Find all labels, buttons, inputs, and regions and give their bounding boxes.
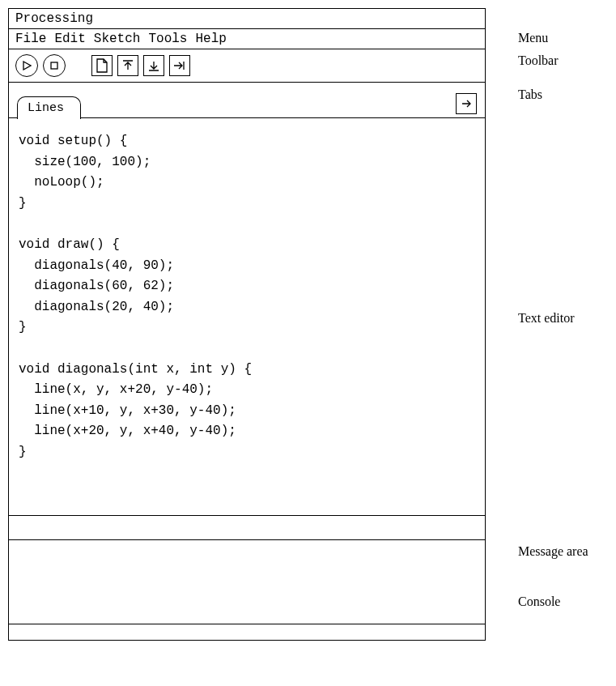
svg-marker-0 [23, 62, 31, 70]
menu-item-sketch[interactable]: Sketch [94, 32, 141, 46]
message-area [9, 515, 485, 539]
annotation-editor: Text editor [518, 125, 588, 335]
menu-item-help[interactable]: Help [195, 32, 226, 46]
annotation-tabs: Tabs [518, 87, 588, 125]
menu-bar: File Edit Sketch Tools Help [9, 29, 485, 49]
export-button[interactable] [169, 55, 190, 76]
menu-item-file[interactable]: File [15, 32, 46, 46]
play-icon [22, 61, 32, 70]
menu-item-edit[interactable]: Edit [54, 32, 85, 46]
annotation-console: Console [518, 554, 588, 611]
annotation-menu: Menu [518, 31, 588, 53]
tab-menu-button[interactable] [456, 93, 477, 114]
toolbar [9, 49, 485, 83]
arrow-down-icon [147, 59, 160, 72]
annotation-toolbar: Toolbar [518, 53, 588, 87]
annotation-message: Message area [518, 335, 588, 554]
tab-label: Lines [28, 101, 64, 115]
export-icon [172, 60, 187, 71]
annotations: Menu Toolbar Tabs Text editor Message ar… [518, 8, 588, 611]
arrow-right-icon [461, 99, 472, 109]
tab-lines[interactable]: Lines [17, 96, 81, 119]
window-title: Processing [15, 11, 93, 26]
new-file-icon [96, 58, 108, 73]
tab-bar: Lines [9, 83, 485, 118]
run-button[interactable] [15, 54, 38, 77]
stop-button[interactable] [43, 54, 66, 77]
menu-item-tools[interactable]: Tools [148, 32, 187, 46]
stop-icon [50, 62, 58, 70]
new-button[interactable] [91, 55, 113, 76]
save-button[interactable] [143, 55, 164, 76]
ide-window: Processing File Edit Sketch Tools Help [8, 8, 486, 641]
open-button[interactable] [117, 55, 138, 76]
arrow-up-icon [121, 59, 134, 72]
svg-rect-1 [51, 62, 57, 69]
title-bar: Processing [9, 9, 485, 29]
bottom-bar [9, 624, 485, 640]
console [9, 539, 485, 624]
text-editor[interactable]: void setup() { size(100, 100); noLoop();… [9, 118, 485, 515]
